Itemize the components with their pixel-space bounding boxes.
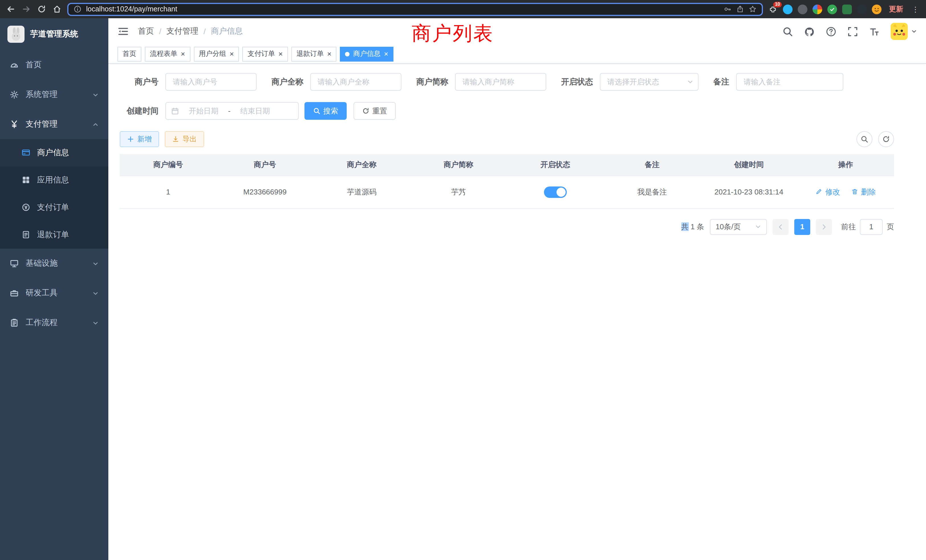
url-text[interactable]: localhost:1024/pay/merchant <box>86 5 177 13</box>
hamburger-icon[interactable] <box>118 26 129 37</box>
user-avatar-menu[interactable] <box>891 23 917 40</box>
share-icon[interactable] <box>736 5 744 13</box>
tag-label: 商户信息 <box>353 49 381 59</box>
current-page-button[interactable]: 1 <box>794 219 810 235</box>
sidebar-item-payment[interactable]: 支付管理 <box>0 109 108 139</box>
next-page-button[interactable] <box>816 219 832 235</box>
tag-close-icon[interactable]: × <box>384 50 388 58</box>
breadcrumb-item[interactable]: 首页 <box>138 26 154 36</box>
tag-refund-order[interactable]: 退款订单 × <box>291 47 337 61</box>
tag-merchant-info-active[interactable]: 商户信息 × <box>340 47 393 61</box>
reset-button[interactable]: 重置 <box>354 102 396 120</box>
sidebar-item-payment-order[interactable]: 支付订单 <box>0 194 108 221</box>
table-row: 1 M233666999 芋道源码 芋艿 我是备注 2021-10-23 08:… <box>120 176 894 208</box>
reload-icon[interactable] <box>36 4 47 14</box>
pencil-icon <box>816 188 823 195</box>
download-icon <box>172 135 180 143</box>
address-bar[interactable]: localhost:1024/pay/merchant <box>67 3 763 16</box>
chevron-down-icon <box>92 92 98 98</box>
main-area: 首页 / 支付管理 / 商户信息 <box>108 18 926 560</box>
app-logo[interactable]: 芋道管理系统 <box>0 18 108 50</box>
extension-icon-3[interactable] <box>813 4 822 14</box>
cell-full-name: 芋道源码 <box>313 176 410 208</box>
extension-icon-2[interactable] <box>798 4 807 14</box>
chevron-up-icon <box>92 121 98 127</box>
page-size-select[interactable]: 10条/页 <box>710 219 767 235</box>
date-range-picker[interactable]: - <box>165 102 299 120</box>
browser-update-button[interactable]: 更新 <box>887 4 905 14</box>
extension-icon-5[interactable] <box>842 4 852 14</box>
chevron-down-icon <box>92 319 98 326</box>
tag-close-icon[interactable]: × <box>230 50 234 58</box>
search-icon[interactable] <box>782 26 793 37</box>
key-icon[interactable] <box>723 5 732 13</box>
info-icon[interactable] <box>74 5 82 13</box>
fullscreen-icon[interactable] <box>847 26 858 37</box>
profile-avatar-icon[interactable] <box>872 4 882 14</box>
goto-page-input[interactable] <box>860 219 883 235</box>
back-icon[interactable] <box>6 4 16 14</box>
sidebar-item-merchant-info[interactable]: 商户信息 <box>0 139 108 166</box>
tag-close-icon[interactable]: × <box>327 50 331 58</box>
add-button[interactable]: 新增 <box>120 131 159 147</box>
extension-icon-6[interactable] <box>857 4 867 14</box>
remark-input[interactable] <box>736 73 843 91</box>
breadcrumb-item[interactable]: 支付管理 <box>166 26 198 36</box>
filter-row-2: 创建时间 - 搜 <box>120 102 894 120</box>
tag-home[interactable]: 首页 <box>118 47 141 61</box>
page-content: 商户号 商户全称 商户简称 开启状态 <box>108 64 926 560</box>
full-name-input[interactable] <box>310 73 401 91</box>
active-dot <box>345 51 350 56</box>
cell-remark: 我是备注 <box>604 176 701 208</box>
tag-process-form[interactable]: 流程表单 × <box>145 47 190 61</box>
sidebar-item-dev-tools[interactable]: 研发工具 <box>0 278 108 308</box>
tag-close-icon[interactable]: × <box>278 50 283 58</box>
bookmark-star-icon[interactable] <box>749 5 757 13</box>
export-button[interactable]: 导出 <box>165 131 204 147</box>
breadcrumb-separator: / <box>159 27 161 36</box>
field-label: 备注 <box>713 77 729 87</box>
edit-link[interactable]: 修改 <box>816 187 840 197</box>
prev-page-button[interactable] <box>773 219 788 235</box>
tag-close-icon[interactable]: × <box>181 50 185 58</box>
sidebar-item-app-info[interactable]: 应用信息 <box>0 166 108 194</box>
refresh-table-button[interactable] <box>878 131 894 147</box>
sidebar-item-refund-order[interactable]: 退款订单 <box>0 221 108 249</box>
github-icon[interactable] <box>804 26 815 37</box>
tag-payment-order[interactable]: 支付订单 × <box>242 47 287 61</box>
browser-window: localhost:1024/pay/merchant 10 <box>0 0 926 560</box>
help-icon[interactable] <box>826 26 837 37</box>
search-button[interactable]: 搜索 <box>304 102 346 120</box>
sidebar-item-home[interactable]: 首页 <box>0 50 108 80</box>
status-toggle[interactable] <box>544 186 567 198</box>
monitor-icon <box>10 259 19 268</box>
status-select[interactable] <box>600 73 699 91</box>
hide-search-button[interactable] <box>856 131 872 147</box>
browser-menu-icon[interactable]: ⋮ <box>911 5 920 14</box>
search-icon <box>313 107 321 115</box>
forward-icon[interactable] <box>21 4 31 14</box>
tag-user-group[interactable]: 用户分组 × <box>194 47 239 61</box>
status-select-input[interactable] <box>600 73 699 91</box>
end-date-input[interactable] <box>233 107 277 115</box>
font-size-icon[interactable] <box>869 26 880 37</box>
filter-full-name: 商户全称 <box>271 73 401 91</box>
col-header: 备注 <box>604 154 701 176</box>
sidebar-item-workflow[interactable]: 工作流程 <box>0 308 108 338</box>
delete-link[interactable]: 删除 <box>851 187 876 197</box>
sidebar-item-infra[interactable]: 基础设施 <box>0 249 108 278</box>
home-icon[interactable] <box>52 4 62 14</box>
extension-icon-1[interactable] <box>783 4 793 14</box>
start-date-input[interactable] <box>182 107 225 115</box>
sidebar-item-label: 基础设施 <box>26 258 57 269</box>
breadcrumb: 首页 / 支付管理 / 商户信息 <box>138 26 243 36</box>
sidebar-item-system[interactable]: 系统管理 <box>0 80 108 109</box>
yen-icon <box>10 120 19 129</box>
extension-icon-4[interactable] <box>828 4 837 14</box>
short-name-input[interactable] <box>455 73 546 91</box>
cell-merchant-no: M233666999 <box>217 176 313 208</box>
merchant-no-input[interactable] <box>165 73 257 91</box>
calendar-icon <box>171 107 179 115</box>
trash-icon <box>851 188 859 195</box>
extensions-puzzle-icon[interactable]: 10 <box>768 4 778 14</box>
